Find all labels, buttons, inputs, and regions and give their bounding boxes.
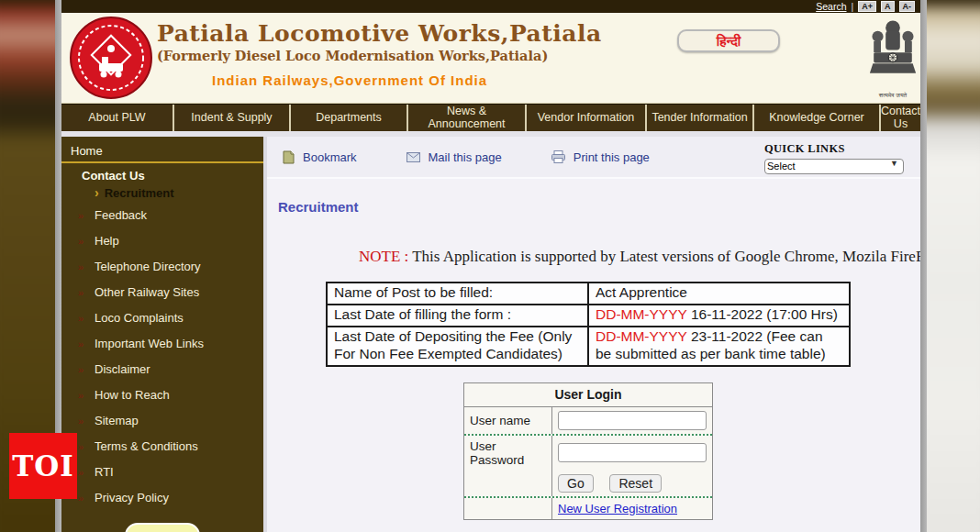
ashoka-emblem-icon [869,17,917,90]
sidebar-item-disclaimer[interactable]: »Disclaimer [61,356,263,382]
hindi-language-button[interactable]: हिन्दी [677,29,780,52]
national-emblem: सत्यमेव जयते [867,17,919,101]
sidebar-item-important-web-links[interactable]: »Important Web Links [61,330,263,356]
font-increase-button[interactable]: A+ [858,1,876,12]
emblem-caption: सत्यमेव जयते [867,92,919,99]
quick-links-label: QUICK LINKS [764,142,904,156]
double-arrow-icon: » [78,261,95,272]
font-normal-button[interactable]: A [881,1,895,12]
nav-tender-information[interactable]: Tender Information [647,105,754,131]
site-header: Patiala Locomotive Works,Patiala (Former… [61,13,920,104]
main-navigation: About PLW Indent & Supply Departments Ne… [61,104,920,131]
nav-indent-supply[interactable]: Indent & Supply [174,105,291,131]
quick-links-select[interactable]: Select [764,159,904,174]
font-decrease-button[interactable]: A- [899,1,916,12]
username-row: User name [464,407,712,434]
utility-separator: | [852,1,854,12]
double-arrow-icon: » [78,441,95,452]
bookmark-link[interactable]: Bookmark [282,150,357,164]
nav-news-announcement[interactable]: News & Announcement [408,105,527,131]
info-label: Name of Post to be filled: [327,283,588,305]
sidebar-item-other-railway-sites[interactable]: »Other Railway Sites [61,279,263,305]
site-subtitle: (Formerly Diesel Loco Modernisation Work… [157,48,744,63]
info-value: DD-MM-YYYY 23-11-2022 (Fee can be submit… [588,327,850,366]
sidebar-item-how-to-reach[interactable]: »How to Reach [61,382,263,407]
window-edge-right [920,0,927,532]
sidebar-item-help[interactable]: »Help [61,227,263,253]
print-icon [551,150,565,163]
mail-icon [406,152,420,162]
reset-button[interactable]: Reset [609,474,662,493]
sidebar-menu: Home Contact Us ›Recruitment »Feedback »… [61,137,263,532]
info-value: Act Apprentice [588,283,850,305]
quick-links: QUICK LINKS Select ▼ [764,142,904,174]
double-arrow-icon: » [78,493,95,504]
sidebar-item-sitemap[interactable]: »Sitemap [61,407,263,433]
double-arrow-icon: » [78,338,95,349]
password-input[interactable] [558,443,707,462]
sidebar-item-recruitment-active[interactable]: ›Recruitment [61,183,263,202]
double-arrow-icon: » [78,313,95,324]
double-arrow-icon: » [78,390,95,401]
nav-vendor-information[interactable]: Vendor Information [527,105,647,131]
screenshot-frame: TOI Search | A+ A A- Patiala Locomotiv [0,0,980,532]
indian-railways-logo [69,16,153,100]
plw-website: Search | A+ A A- Patiala Locomotive Work… [61,0,920,532]
main-content: Bookmark Mail this page [263,137,920,532]
sidebar-item-terms-conditions[interactable]: »Terms & Conditions [61,433,263,459]
nav-departments[interactable]: Departments [291,105,408,131]
new-user-registration-link[interactable]: New User Registration [558,502,677,515]
note-text: This Application is supported by Latest … [408,248,920,265]
register-row: New User Registration [464,496,712,519]
note-label: NOTE : [359,248,408,265]
table-row: Name of Post to be filled: Act Apprentic… [327,283,850,305]
browser-note: NOTE : This Application is supported by … [359,248,920,266]
sidebar-item-feedback[interactable]: »Feedback [61,202,263,227]
password-label: User Password [464,436,552,471]
double-arrow-icon: » [78,467,95,478]
buttons-row: Go Reset [464,471,712,496]
username-input[interactable] [558,411,707,430]
register-row-spacer [464,498,552,519]
sidebar-active-label: Recruitment [105,186,174,200]
toi-watermark: TOI [9,433,77,499]
buttons-row-spacer [464,471,552,496]
table-row: Last Date of filling the form : DD-MM-YY… [327,305,850,327]
nav-knowledge-corner[interactable]: Knowledge Corner [754,105,881,131]
info-label: Last Date of Depositing the Fee (Only Fo… [327,327,588,366]
double-arrow-icon: » [78,364,95,375]
info-label: Last Date of filling the form : [327,305,588,327]
double-arrow-icon: » [78,236,95,247]
username-label: User name [464,407,552,434]
site-tagline: Indian Railways,Government Of India [212,72,744,88]
search-link[interactable]: Search [816,1,846,12]
double-arrow-icon: » [78,287,95,298]
nav-about-plw[interactable]: About PLW [61,105,174,131]
chevron-right-icon: › [95,185,99,200]
double-arrow-icon: » [78,210,95,221]
sms-button[interactable]: SMS [125,523,200,532]
bookmark-icon [282,150,295,164]
user-login-panel: User Login User name User Password Go Re… [463,382,713,520]
utility-bar: Search | A+ A A- [61,0,920,13]
page-title: Recruitment [278,199,920,215]
print-page-link[interactable]: Print this page [551,150,650,164]
sidebar-item-privacy-policy[interactable]: »Privacy Policy [61,484,263,510]
table-row: Last Date of Depositing the Fee (Only Fo… [327,327,850,366]
sidebar-item-rti[interactable]: »RTI [61,459,263,484]
sidebar-item-telephone-directory[interactable]: »Telephone Directory [61,253,263,279]
sidebar-item-home[interactable]: Home [61,140,263,163]
info-value: DD-MM-YYYY 16-11-2022 (17:00 Hrs) [588,305,850,327]
double-arrow-icon: » [78,416,95,427]
site-title: Patiala Locomotive Works,Patiala [157,20,744,47]
password-row: User Password [464,434,712,471]
recruitment-info-table: Name of Post to be filled: Act Apprentic… [326,282,851,367]
sidebar-item-loco-complaints[interactable]: »Loco Complaints [61,305,263,330]
nav-contact-us[interactable]: Contact Us [881,105,920,131]
sidebar-item-contact-us[interactable]: Contact Us [61,163,263,183]
login-title: User Login [464,383,712,407]
mail-page-link[interactable]: Mail this page [406,150,502,164]
blurred-edge-right [927,0,980,532]
go-button[interactable]: Go [558,474,594,493]
